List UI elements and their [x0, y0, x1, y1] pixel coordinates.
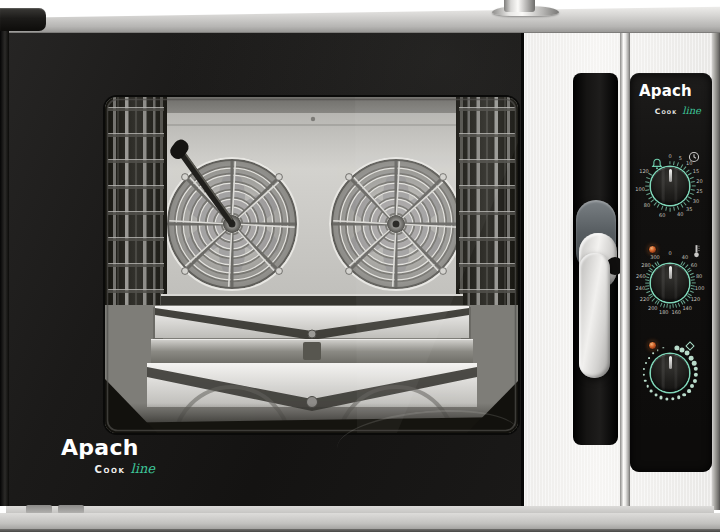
door-brand-line-script: line	[131, 461, 155, 476]
convection-oven-product-image: Apach Cook line Apach Cook line 05101520…	[0, 0, 720, 532]
dial-tick	[645, 181, 649, 183]
steam-scale-dot	[644, 380, 646, 382]
dial-tick	[680, 164, 683, 168]
dial-scale-label: 25	[696, 189, 702, 194]
clock-icon	[688, 151, 700, 163]
steam-dial	[630, 333, 710, 413]
alarm-bell-icon	[651, 158, 663, 170]
steam-scale-dot	[654, 393, 657, 396]
dial-scale-label: 5	[679, 155, 682, 160]
dial-scale-label: 140	[682, 305, 692, 310]
dial-tick	[645, 279, 649, 281]
chimney-pipe	[504, 0, 535, 12]
dial-tick	[684, 166, 687, 169]
dial-scale-label: 260	[636, 273, 646, 278]
steam-scale-dot	[694, 373, 698, 377]
dial-scale-label: 35	[686, 206, 692, 211]
steam-scale-dot	[674, 345, 679, 350]
base-plinth	[0, 513, 720, 530]
thermometer-icon	[692, 243, 701, 258]
steam-scale-dot	[660, 396, 663, 399]
dial-tick	[692, 185, 696, 186]
dial-tick	[653, 202, 656, 205]
dial-tick	[646, 193, 650, 195]
dial-scale-label: 200	[648, 305, 658, 310]
dial-scale-label: 160	[671, 310, 681, 315]
steam-scale-dot	[643, 374, 645, 376]
door-brand-cook: Cook	[94, 464, 125, 475]
dial-tick	[678, 303, 680, 307]
steam-scale-dot	[657, 349, 659, 351]
dial-scale-label: 0	[668, 154, 671, 159]
dial-tick	[691, 285, 695, 287]
dial-tick	[689, 173, 693, 176]
temperature-knob-pointer	[669, 266, 672, 279]
door-left-edge	[0, 31, 9, 506]
dial-scale-label: 40	[677, 212, 683, 217]
dial-tick	[646, 177, 650, 179]
dial-tick	[669, 305, 670, 309]
dial-tick	[669, 161, 670, 165]
panel-brand-cook: Cook	[655, 107, 677, 116]
temperature-knob[interactable]	[651, 264, 689, 302]
dial-scale-label: 100	[635, 186, 645, 191]
dial-tick	[665, 207, 667, 211]
dial-tick	[691, 288, 695, 290]
dial-tick	[683, 300, 686, 303]
door-window-glass	[105, 97, 518, 433]
dial-tick	[657, 261, 660, 265]
timer-knob[interactable]	[651, 167, 689, 205]
steam-scale-dot	[677, 396, 681, 400]
steam-indicator-light	[648, 341, 657, 350]
dial-tick	[669, 208, 670, 212]
dial-tick	[663, 304, 665, 308]
oven-top-surface	[0, 5, 720, 33]
panel-divider-pillar	[620, 33, 630, 510]
dial-tick	[687, 296, 690, 299]
dial-scale-label: 240	[636, 285, 646, 290]
steam-scale-dot	[687, 389, 691, 393]
control-panel: Apach Cook line 051015202530354060801001…	[630, 73, 712, 472]
steam-scale-dot	[693, 379, 697, 383]
dial-tick	[690, 273, 694, 275]
dial-tick	[646, 291, 650, 293]
dial-tick	[686, 200, 689, 203]
steam-scale-dot	[650, 390, 653, 393]
dial-tick	[677, 162, 679, 166]
dial-tick	[645, 276, 649, 278]
dial-tick	[673, 207, 675, 211]
steam-knob[interactable]	[651, 354, 689, 392]
dial-tick	[645, 282, 649, 283]
dial-tick	[648, 196, 652, 199]
dial-tick	[685, 298, 688, 301]
steam-scale-dot	[645, 362, 647, 364]
dial-scale-label: 100	[695, 285, 705, 290]
steam-scale-dot	[689, 356, 694, 361]
steam-scale-dot	[690, 384, 694, 388]
dial-tick	[650, 200, 653, 203]
dial-scale-label: 0	[668, 251, 671, 256]
dial-tick	[657, 205, 660, 209]
dial-tick	[645, 285, 649, 287]
steam-scale-dot	[682, 393, 686, 397]
dial-tick	[690, 291, 694, 293]
steam-scale-dot	[643, 368, 645, 370]
steam-scale-dot	[648, 357, 650, 359]
dial-tick	[691, 279, 695, 281]
dial-tick	[686, 169, 689, 172]
steam-diamond-icon	[684, 340, 696, 352]
steam-knob-pointer	[669, 356, 672, 369]
steam-scale-dot	[663, 347, 664, 348]
dial-tick	[690, 177, 694, 179]
oven-door[interactable]: Apach Cook line	[9, 33, 521, 506]
panel-brand-name: Apach	[639, 84, 692, 99]
door-brand-logo: Apach Cook line	[55, 437, 155, 477]
dial-tick	[660, 303, 662, 307]
dial-scale-label: 40	[682, 255, 688, 260]
door-handle[interactable]	[579, 253, 610, 378]
dial-tick	[691, 181, 695, 183]
dial-scale-label: 60	[659, 212, 665, 217]
dial-tick	[692, 282, 696, 283]
dial-tick	[650, 267, 653, 270]
steam-scale-dot	[693, 367, 697, 371]
